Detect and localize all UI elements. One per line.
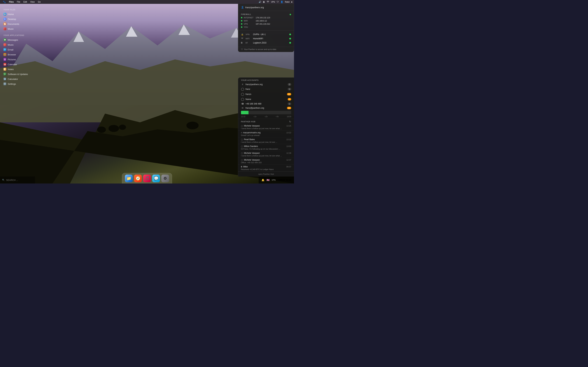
account-row-name[interactable]: ◯ Name 5 (238, 97, 294, 102)
message-row-5[interactable]: ◯ Michele Vasquez 12:37 Office: +49 310 … (238, 158, 294, 165)
svg-point-11 (97, 126, 106, 133)
msg-name-4: Michele Vasquez (244, 152, 260, 154)
panther-status-message: Your Panther is secure and up to date. (244, 48, 277, 50)
firewall-label: FIREWALL (241, 13, 251, 15)
sidebar-item-documents[interactable]: 📄 Documents (2, 22, 35, 26)
sidebar-browser-label: Browser (8, 53, 16, 56)
dock-item-settings[interactable]: ⚙ (161, 175, 169, 182)
wifi-service-type: WIFI (245, 38, 252, 40)
sidebar-item-desktop[interactable]: 🖥 Desktop (2, 17, 35, 21)
dock-item-messages[interactable]: 💬 (152, 175, 160, 182)
you-label: YOU (244, 26, 254, 28)
sidebar-item-calendar[interactable]: 📅 Calendar (2, 62, 35, 67)
hub-refresh-button[interactable]: ↻ (289, 120, 291, 123)
flag-icon[interactable]: 🇬🇧 (267, 179, 269, 181)
account-phone-name: +49 168 348 489 (245, 103, 286, 105)
internet-value: 178.193.132.123 (256, 17, 270, 19)
message-row-1[interactable]: # maryam/matrix.org 13:22 Great! Let's g… (238, 131, 294, 137)
message-header-3: ◯ Milton Sanders 13:03 (241, 145, 291, 148)
sidebar-item-home[interactable]: 🏠 Home (2, 12, 35, 16)
account-row-matrix[interactable]: # franz/pantherx.org 2 (238, 82, 294, 86)
calendar-app-icon: 📅 (3, 63, 6, 66)
menubar-files[interactable]: Files (8, 0, 15, 4)
dock-item-finder[interactable]: 📁 (125, 175, 133, 182)
wifi-service-dot (289, 38, 291, 40)
sidebar-item-browser[interactable]: 🌐 Browser (2, 52, 35, 57)
sidebar-settings-label: Settings (8, 83, 16, 85)
wifi-service-icon (241, 37, 244, 40)
sidebar-pictures-label: Pictures (8, 58, 16, 61)
search-input[interactable] (6, 179, 35, 181)
menubar-view[interactable]: View (29, 0, 36, 4)
sidebar-item-software-updates[interactable]: ⬇ Software & Updates (2, 72, 35, 76)
wifi-label: WIFI (244, 20, 254, 22)
menubar-left: 🐾 Files File Edit View Go (1, 0, 258, 4)
timeline-mark3: +3h (276, 116, 279, 118)
shield-icon[interactable]: 🛡 (277, 1, 279, 3)
account-row-franz[interactable]: ◯ franz 1 (238, 86, 294, 92)
open-panther-hub-link[interactable]: open Panther Hub (238, 171, 294, 176)
service-bt-row: B BT Logitech Z533 (241, 41, 291, 45)
email-app-icon: ✉ (3, 48, 6, 51)
wifi-value: 192.168.0.12 (256, 20, 267, 22)
firewall-row: FIREWALL (241, 13, 291, 16)
svg-point-9 (109, 125, 119, 132)
sidebar-files-heading: YOUR FILES (2, 7, 35, 11)
updates-app-icon: ⬇ (3, 73, 6, 75)
sidebar-item-music-app[interactable]: ♪ Music (2, 43, 35, 47)
message-row-3[interactable]: ◯ Milton Sanders 13:03 Hi Franz, I'm fol… (238, 144, 294, 151)
vpn-service-icon: 🔒 (241, 33, 244, 36)
services-section: 🔒 VPN OVPN - UK-1 WIFI HomeWIFI B BT Log… (238, 31, 294, 47)
msg-name-5: Michele Vasquez (244, 159, 260, 161)
user-icon[interactable]: 👤 (281, 1, 283, 3)
menubar-edit[interactable]: Edit (22, 0, 28, 4)
sidebar-item-email[interactable]: ✉ Email (2, 48, 35, 52)
email-account-icon: ✉ (241, 107, 244, 109)
sidebar-item-calculator[interactable]: 🔢 Calculator (2, 77, 35, 81)
msg-icon-4: ◯ (241, 152, 243, 154)
message-header-4: ◯ Michele Vasquez 12:38 (241, 152, 291, 154)
message-row-2[interactable]: ◯ Pearl Bates 13:12 I send them a follow… (238, 137, 294, 144)
message-row-0[interactable]: ◯ Michele Vasquez 13:25 I send them a fo… (238, 124, 294, 131)
account-row-email[interactable]: ✉ franz@pantherx.org 11 (238, 106, 294, 110)
menubar-apple[interactable]: 🐾 (1, 0, 7, 4)
panther-status-bar: 🛡 Your Panther is secure and up to date. (238, 47, 294, 52)
sidebar-item-pictures[interactable]: 🖼 Pictures (2, 57, 35, 61)
timeline-bar (241, 111, 291, 114)
message-row-4[interactable]: ◯ Michele Vasquez 12:38 I send them a fo… (238, 151, 294, 158)
menu-bar: 🐾 Files File Edit View Go 🔊 B VPN 🛡 👤 fr… (0, 0, 294, 4)
dock-item-browser[interactable]: 🧭 (134, 175, 142, 182)
timeline-labels: 13:32 +1h +2h +3h 18:00 (238, 116, 294, 119)
username-label[interactable]: franz (285, 1, 290, 3)
message-header-5: ◯ Michele Vasquez 12:37 (241, 159, 291, 161)
sidebar-notes-label: Notes (8, 68, 14, 71)
account-row-phone[interactable]: ☎ +49 168 348 489 1 (238, 102, 294, 106)
message-header-6: B Mike 09:37 (241, 166, 291, 168)
volume-icon[interactable]: 🔊 (259, 1, 261, 3)
vpn-icon[interactable]: VPN (271, 1, 275, 3)
timeline-end: 18:00 (287, 116, 291, 118)
message-preview-3: Hi Franz, I'm following up on our discus… (241, 148, 291, 150)
account-franz-badge: 1 (288, 88, 291, 90)
firewall-section: FIREWALL INTERNET 178.193.132.123 WIFI 1… (238, 11, 294, 31)
menubar-go[interactable]: Go (36, 0, 42, 4)
message-row-6[interactable]: B Mike 09:37 Received +0.349 BTC to Ledg… (238, 165, 294, 171)
bluetooth-icon[interactable]: B (263, 1, 265, 3)
message-sender-4: ◯ Michele Vasquez (241, 152, 260, 154)
sidebar-item-messages[interactable]: 💬 Messages (2, 38, 35, 42)
account-row-franzs[interactable]: ◯ franzs 12 (238, 92, 294, 97)
message-preview-5: Office: +49 310 484 333 (241, 161, 291, 164)
bt-service-icon: B (241, 42, 244, 44)
sidebar-item-settings[interactable]: ⚙ Settings (2, 82, 35, 86)
msg-name-6: Mike (243, 166, 248, 168)
wifi-icon[interactable] (267, 1, 269, 3)
network-internet-row: INTERNET 178.193.132.123 (241, 16, 291, 19)
sidebar-item-music-folder[interactable]: 🎵 Music (2, 27, 35, 31)
menubar-file[interactable]: File (15, 0, 22, 4)
dock-item-music[interactable]: 🎵 (143, 175, 151, 182)
franz-icon: ◯ (241, 87, 244, 91)
sidebar-item-notes[interactable]: 📝 Notes (2, 67, 35, 71)
wifi-service-name: HomeWIFI (253, 37, 288, 40)
notification-icon[interactable]: 🔔 (261, 179, 264, 181)
expand-icon[interactable]: ▶ (291, 1, 293, 3)
